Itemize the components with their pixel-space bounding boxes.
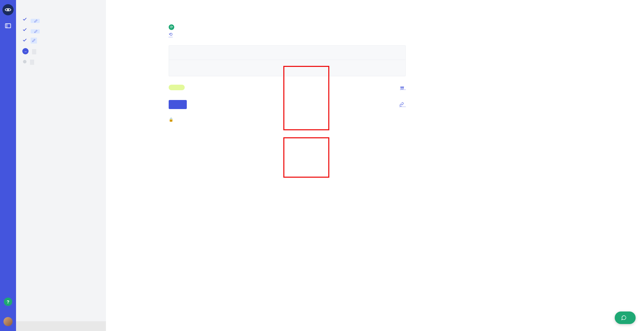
- step-to: [22, 26, 100, 33]
- dot-icon: [23, 60, 26, 63]
- proceed-button[interactable]: [169, 100, 187, 109]
- link-icon: [399, 102, 404, 107]
- check-icon: [22, 27, 27, 32]
- brand-logo[interactable]: [2, 4, 14, 15]
- action-row: [169, 100, 406, 109]
- share-link[interactable]: [399, 102, 406, 107]
- section-helpdesk: [169, 53, 405, 60]
- price-row: [169, 85, 406, 90]
- svg-rect-2: [6, 24, 11, 28]
- svg-point-1: [7, 9, 9, 11]
- total-row: [169, 68, 405, 76]
- from-value[interactable]: [31, 19, 40, 23]
- nav-rail: ?: [0, 0, 16, 331]
- step-demo: →: [22, 48, 100, 55]
- change-mapping-link[interactable]: ⟲: [169, 32, 172, 37]
- arrow-icon: →: [22, 48, 29, 54]
- step-all-data: [22, 59, 100, 66]
- section-kb: [169, 60, 405, 68]
- freshdesk-icon: ⟳: [169, 24, 174, 30]
- footnote: 🔒: [169, 117, 406, 123]
- gift-icon: [400, 85, 404, 90]
- step-from: [22, 16, 100, 23]
- chat-icon: [621, 315, 627, 321]
- help-icon[interactable]: ?: [4, 298, 12, 306]
- to-value[interactable]: [31, 29, 40, 33]
- edit-icon: [32, 39, 36, 42]
- highlight-box-2: [283, 137, 329, 178]
- step-objects: [22, 37, 100, 45]
- lock-icon: 🔒: [169, 117, 174, 123]
- objects-value[interactable]: [31, 38, 37, 44]
- coupon-link[interactable]: [400, 85, 406, 90]
- main-content: ⟳ ⟲: [106, 0, 644, 331]
- check-icon: [22, 38, 27, 43]
- edit-icon: [34, 30, 38, 33]
- all-status: [30, 60, 34, 65]
- edit-icon: [34, 19, 38, 23]
- price-pill: [169, 85, 185, 90]
- support-hours: [16, 321, 106, 331]
- sidebar: →: [16, 0, 106, 331]
- table-header: [169, 46, 405, 53]
- demo-status: [32, 49, 36, 54]
- chat-button[interactable]: [615, 311, 636, 324]
- check-icon: [22, 17, 27, 22]
- records-table: [169, 45, 406, 76]
- panel-icon[interactable]: [5, 22, 12, 29]
- avatar[interactable]: [3, 317, 13, 326]
- intro-text: ⟳ ⟲: [169, 23, 406, 38]
